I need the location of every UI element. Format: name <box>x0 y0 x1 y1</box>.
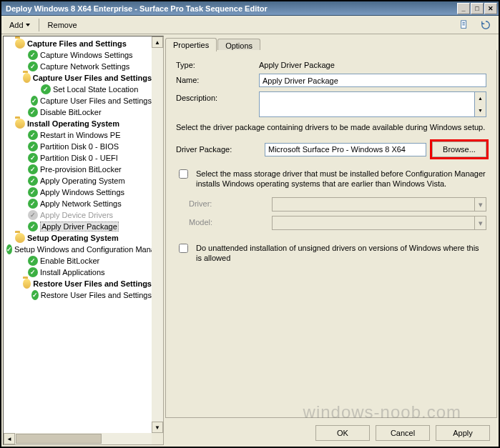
scroll-up-button[interactable]: ▲ <box>152 36 163 48</box>
tree-item[interactable]: ✓Pre-provision BitLocker <box>4 164 152 175</box>
ok-button[interactable]: OK <box>315 425 370 441</box>
tree-item-label: Capture User Files and Settings <box>33 74 152 82</box>
tree-item-label: Capture User Files and Settings <box>40 96 152 105</box>
driver-combo: ▾ <box>272 197 486 211</box>
driver-package-field[interactable] <box>265 143 426 156</box>
minimize-button[interactable]: _ <box>457 3 470 14</box>
driver-package-label: Driver Package: <box>176 145 259 154</box>
window-controls: _ □ ✕ <box>456 3 497 14</box>
chevron-down-icon: ▾ <box>474 198 486 211</box>
tree-item-label: Setup Windows and Configuration Manager <box>14 245 152 254</box>
tree-item[interactable]: Restore User Files and Settings <box>4 278 152 289</box>
tree-item-label: Restart in Windows PE <box>40 131 120 139</box>
tree-item-label: Restore User Files and Settings <box>33 279 152 288</box>
toolbar-icon-2[interactable] <box>476 18 496 32</box>
tree-item-label: Install Operating System <box>27 119 119 128</box>
properties-panel: Type: Apply Driver Package Name: Descrip… <box>165 50 497 418</box>
tree-item-label: Apply Network Settings <box>40 199 122 208</box>
scroll-corner <box>152 433 163 444</box>
tree-item-label: Apply Operating System <box>40 176 125 185</box>
tree-item[interactable]: ✓Enable BitLocker <box>4 255 152 267</box>
tree-item[interactable]: ✓Disable BitLocker <box>4 106 152 118</box>
tree-item[interactable]: ✓Setup Windows and Configuration Manager <box>4 244 152 255</box>
model-label: Model: <box>189 216 272 227</box>
tree-item-label: Install Applications <box>40 268 105 277</box>
desc-scroll-up[interactable]: ▲ <box>475 92 486 104</box>
type-label: Type: <box>176 59 259 69</box>
mass-storage-checkbox[interactable] <box>179 169 188 179</box>
apply-button[interactable]: Apply <box>436 425 490 441</box>
toolbar-divider <box>39 19 39 31</box>
check-icon: ✓ <box>28 61 38 71</box>
check-icon: ✓ <box>31 290 39 300</box>
tree-item[interactable]: Setup Operating System <box>4 232 152 244</box>
model-combo: ▾ <box>272 216 486 230</box>
dialog-buttons: OK Cancel Apply <box>315 425 490 441</box>
tree-item-label: Apply Driver Package <box>40 221 119 232</box>
tree-item[interactable]: ✓Apply Driver Package <box>4 221 152 232</box>
remove-button[interactable]: Remove <box>43 19 82 31</box>
check-icon: ✓ <box>28 267 38 277</box>
refresh-icon <box>481 20 491 30</box>
type-value: Apply Driver Package <box>259 59 335 69</box>
name-label: Name: <box>176 74 259 84</box>
svg-rect-0 <box>461 20 466 28</box>
unattended-checkbox[interactable] <box>179 244 188 253</box>
tree-item-label: Capture Files and Settings <box>27 39 127 48</box>
tree-item-label: Apply Device Drivers <box>40 211 113 219</box>
tree-item-label: Pre-provision BitLocker <box>40 165 122 174</box>
check-icon: ✓ <box>28 130 38 140</box>
check-icon: ✓ <box>28 187 38 197</box>
mass-storage-label: Select the mass storage driver that must… <box>196 169 486 189</box>
window-title: Deploy Windows 8 X64 Enterprise - Surfac… <box>6 4 456 13</box>
desc-scroll-down[interactable]: ▼ <box>475 104 486 116</box>
tree-item[interactable]: ✓Set Local State Location <box>4 84 152 95</box>
folder-icon <box>15 233 25 243</box>
toolbar-icon-1[interactable] <box>454 18 474 32</box>
tree-item[interactable]: ✓Partition Disk 0 - BIOS <box>4 141 152 152</box>
tree-item[interactable]: ✓Capture Windows Settings <box>4 49 152 61</box>
tree-item[interactable]: ✓Apply Device Drivers <box>4 209 152 221</box>
tree-item-label: Partition Disk 0 - UEFI <box>40 154 118 162</box>
tree-item-label: Capture Windows Settings <box>40 51 133 59</box>
cancel-button[interactable]: Cancel <box>376 425 430 441</box>
tree-item-label: Partition Disk 0 - BIOS <box>40 142 119 151</box>
folder-icon <box>15 39 25 49</box>
check-icon: ✓ <box>28 256 38 266</box>
tree-item[interactable]: ✓Apply Windows Settings <box>4 186 152 198</box>
driver-package-help-text: Select the driver package containing dri… <box>176 123 486 131</box>
description-label: Description: <box>176 91 259 102</box>
tree-item[interactable]: Capture Files and Settings <box>4 38 152 49</box>
new-item-icon <box>459 20 469 30</box>
scroll-left-button[interactable]: ◄ <box>4 433 15 444</box>
scroll-down-button[interactable]: ▼ <box>152 422 163 433</box>
tree-item-label: Setup Operating System <box>27 234 119 242</box>
tree-item[interactable]: ✓Capture User Files and Settings <box>4 95 152 106</box>
browse-button[interactable]: Browse... <box>432 141 486 157</box>
tree-item[interactable]: Capture User Files and Settings <box>4 72 152 84</box>
tab-properties[interactable]: Properties <box>165 38 217 51</box>
check-icon: ✓ <box>28 221 38 232</box>
close-button[interactable]: ✕ <box>484 3 497 14</box>
tree-item[interactable]: Install Operating System <box>4 118 152 129</box>
remove-label: Remove <box>48 21 77 29</box>
folder-icon <box>23 279 31 289</box>
tree-item[interactable]: ✓Restart in Windows PE <box>4 129 152 141</box>
tree-item[interactable]: ✓Partition Disk 0 - UEFI <box>4 152 152 164</box>
check-icon: ✓ <box>28 164 38 174</box>
tree-item[interactable]: ✓Apply Operating System <box>4 175 152 186</box>
maximize-button[interactable]: □ <box>471 3 484 14</box>
check-icon: ✓ <box>28 141 38 151</box>
tree-scrollbar-vertical[interactable]: ▲ ▼ <box>152 36 163 433</box>
check-icon: ✓ <box>28 50 38 60</box>
name-field[interactable] <box>259 74 486 87</box>
description-field[interactable] <box>259 91 475 117</box>
task-sequence-tree[interactable]: Capture Files and Settings✓Capture Windo… <box>3 36 164 445</box>
scroll-thumb[interactable] <box>16 434 102 444</box>
check-icon: ✓ <box>28 176 38 186</box>
tree-item[interactable]: ✓Apply Network Settings <box>4 198 152 209</box>
tree-item[interactable]: ✓Restore User Files and Settings <box>4 289 152 301</box>
tree-scrollbar-horizontal[interactable]: ◄ ► <box>4 433 163 444</box>
tab-strip: Properties Options <box>165 37 497 51</box>
add-menu[interactable]: Add <box>4 19 35 31</box>
